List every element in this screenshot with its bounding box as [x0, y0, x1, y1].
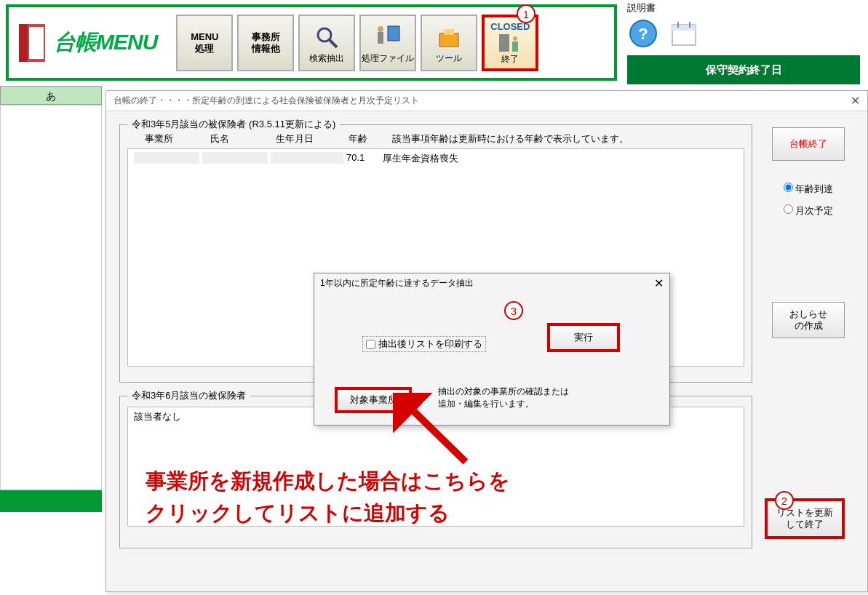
- table-row: 70.1 厚生年金資格喪失: [134, 152, 738, 165]
- close-label: 終了: [501, 54, 519, 64]
- notice-label: おしらせ の作成: [789, 308, 827, 331]
- toolbox-icon: [435, 21, 463, 53]
- radio-age-label: 年齢到達: [795, 183, 833, 194]
- dialog-side: 台帳終了 年齢到達 月次予定 おしらせ の作成: [765, 127, 852, 338]
- left-body: [0, 105, 102, 490]
- svg-rect-7: [378, 32, 383, 44]
- annotation-text-2: クリックしてリストに追加する: [146, 498, 510, 530]
- logo-block: 台帳MENU: [16, 21, 157, 65]
- person-file-icon: [373, 21, 402, 53]
- radio-age-input[interactable]: [784, 183, 793, 192]
- proc-file-label: 処理ファイル: [362, 53, 414, 63]
- svg-line-18: [404, 402, 466, 462]
- print-checkbox-wrap[interactable]: 抽出後リストを印刷する: [362, 336, 486, 352]
- tool-button[interactable]: ツール: [421, 15, 477, 71]
- left-footer: [0, 490, 102, 512]
- help-icon[interactable]: ?: [627, 17, 659, 49]
- extract-title-text: 1年以内に所定年齢に達するデータ抽出: [320, 277, 474, 289]
- magnifier-icon: [314, 21, 340, 53]
- dialog-title-text: 台帳の終了・・・・所定年齢の到達による社会保険被保険者と月次予定リスト: [114, 95, 419, 107]
- svg-rect-5: [388, 26, 399, 41]
- radio-monthly[interactable]: 月次予定: [784, 204, 834, 217]
- radio-group: 年齢到達 月次予定: [784, 183, 834, 217]
- left-header[interactable]: あ: [0, 86, 102, 105]
- col-dob: 生年月日: [276, 132, 349, 145]
- svg-point-11: [513, 36, 517, 41]
- exit-icon: [498, 32, 522, 54]
- annotation-circle-3: 3: [504, 301, 523, 320]
- svg-rect-8: [439, 33, 458, 47]
- svg-rect-9: [444, 29, 454, 35]
- contract-end-label: 保守契約終了日: [706, 63, 782, 77]
- column-headers: 事業所 氏名 生年月日 年齢 該当事項年齢は更新時における年齢で表示しています。: [127, 132, 744, 145]
- office-info-label: 事務所 情報他: [252, 31, 280, 54]
- row-age: 70.1: [346, 152, 383, 165]
- svg-point-6: [378, 26, 383, 32]
- extract-dialog: 1年以内に所定年齢に達するデータ抽出 ✕ 抽出後リストを印刷する 実行 対象事業…: [314, 273, 670, 426]
- ledger-icon: [16, 21, 49, 65]
- extract-close-icon[interactable]: ✕: [654, 276, 664, 290]
- radio-age[interactable]: 年齢到達: [784, 183, 834, 196]
- dialog-close-icon[interactable]: ✕: [851, 94, 860, 108]
- manual-label: 説明書: [627, 1, 700, 15]
- fieldset-may-legend: 令和3年5月該当の被保険者 (R3.5.11更新による): [127, 118, 340, 131]
- contract-end-bar: 保守契約終了日: [627, 55, 860, 84]
- dialog-titlebar: 台帳の終了・・・・所定年齢の到達による社会保険被保険者と月次予定リスト ✕: [106, 91, 867, 111]
- radio-monthly-label: 月次予定: [795, 205, 833, 216]
- menu-proc-label: MENU 処理: [191, 31, 218, 54]
- notice-create-button[interactable]: おしらせ の作成: [772, 302, 845, 338]
- annotation-text: 事業所を新規作成した場合はこちらを クリックしてリストに追加する: [146, 466, 510, 529]
- svg-rect-0: [19, 24, 28, 62]
- extract-body: 抽出後リストを印刷する 実行 対象事業所 抽出の対象の事業所の確認または 追加・…: [314, 292, 669, 423]
- calendar-icon[interactable]: [668, 17, 700, 49]
- svg-rect-10: [499, 34, 509, 52]
- list-june-row: 該当者なし: [134, 411, 181, 422]
- manual-area: 説明書 ?: [627, 1, 700, 49]
- ledger-close-label: 台帳終了: [789, 138, 827, 150]
- target-office-label: 対象事業所: [350, 394, 397, 406]
- menu-title: 台帳MENU: [54, 28, 157, 57]
- svg-text:?: ?: [638, 25, 648, 43]
- row-desc: 厚生年金資格喪失: [383, 152, 458, 165]
- annotation-circle-2: 2: [775, 491, 794, 510]
- ledger-close-button[interactable]: 台帳終了: [772, 127, 845, 161]
- svg-line-4: [330, 40, 337, 47]
- annotation-circle-1: 1: [517, 4, 535, 23]
- annotation-arrow: [393, 393, 480, 473]
- extract-titlebar: 1年以内に所定年齢に達するデータ抽出 ✕: [314, 273, 669, 292]
- search-button[interactable]: 検索抽出: [298, 15, 355, 71]
- proc-file-button[interactable]: 処理ファイル: [359, 15, 416, 71]
- svg-point-3: [318, 28, 331, 41]
- print-checkbox[interactable]: [366, 340, 375, 349]
- col-age: 年齢: [349, 132, 392, 145]
- print-checkbox-label: 抽出後リストを印刷する: [378, 338, 482, 351]
- col-name: 氏名: [210, 132, 276, 145]
- update-label: リストを更新 して終了: [776, 507, 833, 530]
- fieldset-june-legend: 令和3年6月該当の被保険者: [127, 389, 250, 402]
- execute-label: 実行: [574, 332, 593, 343]
- close-button[interactable]: CLOSED 終了: [482, 15, 538, 71]
- col-office: 事業所: [145, 132, 210, 145]
- radio-monthly-input[interactable]: [784, 204, 793, 214]
- execute-button[interactable]: 実行: [547, 323, 620, 352]
- left-column: あ: [0, 86, 102, 512]
- tool-label: ツール: [436, 53, 462, 63]
- office-info-button[interactable]: 事務所 情報他: [237, 15, 294, 71]
- menu-proc-button[interactable]: MENU 処理: [176, 15, 233, 71]
- svg-rect-15: [672, 25, 696, 31]
- col-note: 該当事項年齢は更新時における年齢で表示しています。: [392, 132, 629, 145]
- svg-rect-2: [29, 27, 44, 59]
- search-label: 検索抽出: [309, 53, 344, 63]
